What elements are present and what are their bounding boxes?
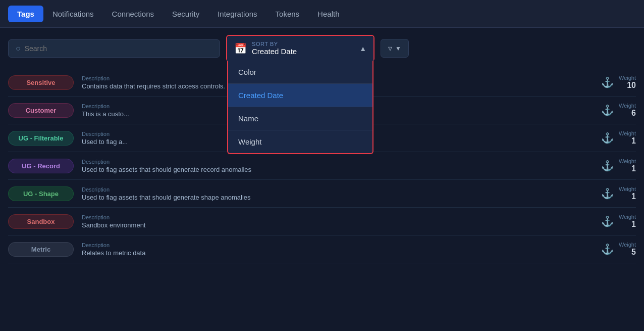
sort-label-block: Sort by Created Date <box>252 41 354 56</box>
nav-item-security[interactable]: Security <box>163 6 208 22</box>
weight-icon: ⚓ <box>601 132 614 144</box>
search-icon: ○ <box>16 44 21 53</box>
weight-number: 1 <box>619 136 636 146</box>
tag-badge: Sandbox <box>8 214 74 229</box>
tag-weight-block: ⚓ Weight 5 <box>585 242 636 257</box>
weight-number: 1 <box>619 192 636 201</box>
nav-item-integrations[interactable]: Integrations <box>208 6 266 22</box>
sort-trigger[interactable]: 📅 Sort by Created Date ▲ <box>227 36 373 61</box>
tag-weight-block: ⚓ Weight 1 <box>585 214 636 229</box>
tag-row[interactable]: Sandbox Description Sandbox environment … <box>8 208 636 235</box>
weight-icon: ⚓ <box>601 76 614 88</box>
tag-desc-label: Description <box>82 159 577 165</box>
tag-weight-block: ⚓ Weight 1 <box>585 186 636 201</box>
weight-number: 1 <box>619 164 636 173</box>
tag-badge: UG - Filterable <box>8 131 74 146</box>
tag-desc-label: Description <box>82 186 577 193</box>
weight-label: Weight <box>619 242 636 248</box>
tag-badge: UG - Shape <box>8 186 74 201</box>
tag-desc-label: Description <box>82 242 577 248</box>
weight-icon: ⚓ <box>601 160 614 172</box>
tag-badge: UG - Record <box>8 159 74 173</box>
nav-item-tokens[interactable]: Tokens <box>266 6 309 22</box>
weight-icon: ⚓ <box>601 243 614 255</box>
tag-desc-text: Used to flag assets that should generate… <box>82 166 577 173</box>
toolbar: ○ 📅 Sort by Created Date ▲ Color Created… <box>0 28 644 69</box>
weight-label: Weight <box>619 158 636 164</box>
weight-label: Weight <box>619 214 636 220</box>
search-input[interactable] <box>25 44 212 53</box>
filter-icon: ▿ <box>388 43 392 53</box>
tag-weight-block: ⚓ Weight 10 <box>585 75 636 90</box>
weight-label: Weight <box>619 130 636 136</box>
tag-description-block: Description Used to flag assets that sho… <box>82 186 577 201</box>
tag-row[interactable]: UG - Shape Description Used to flag asse… <box>8 180 636 208</box>
tag-desc-label: Description <box>82 214 577 220</box>
sort-dropdown-menu: Color Created Date Name Weight <box>227 61 373 154</box>
sort-option-color[interactable]: Color <box>228 61 372 84</box>
tag-weight-block: ⚓ Weight 1 <box>585 130 636 146</box>
tag-weight-block: ⚓ Weight 1 <box>585 158 636 173</box>
tag-description-block: Description Relates to metric data <box>82 242 577 257</box>
weight-number: 1 <box>619 220 636 229</box>
calendar-icon: 📅 <box>234 42 247 55</box>
tag-badge: Metric <box>8 242 74 257</box>
tag-desc-text: Used to flag assets that should generate… <box>82 194 577 201</box>
tag-description-block: Description Sandbox environment <box>82 214 577 229</box>
tag-description-block: Description Used to flag assets that sho… <box>82 159 577 173</box>
tag-badge: Customer <box>8 103 74 118</box>
sort-by-value: Created Date <box>252 47 354 56</box>
weight-label: Weight <box>619 75 636 81</box>
tag-desc-text: Sandbox environment <box>82 221 577 229</box>
tag-badge: Sensitive <box>8 75 74 90</box>
weight-number: 6 <box>619 109 636 118</box>
weight-label: Weight <box>619 103 636 109</box>
weight-number: 5 <box>619 248 636 257</box>
chevron-up-icon: ▲ <box>359 44 366 53</box>
nav-item-health[interactable]: Health <box>308 6 348 22</box>
weight-label: Weight <box>619 186 636 192</box>
search-box[interactable]: ○ <box>8 39 220 58</box>
sort-by-label: Sort by <box>252 41 354 47</box>
sort-option-created-date[interactable]: Created Date <box>228 84 372 107</box>
sort-option-name[interactable]: Name <box>228 107 372 130</box>
nav-item-connections[interactable]: Connections <box>103 6 163 22</box>
nav-item-notifications[interactable]: Notifications <box>43 6 103 22</box>
sort-dropdown-container: 📅 Sort by Created Date ▲ Color Created D… <box>226 35 374 62</box>
tag-desc-text: Relates to metric data <box>82 249 577 257</box>
filter-button[interactable]: ▿ ▼ <box>381 39 409 58</box>
sort-option-weight[interactable]: Weight <box>228 130 372 153</box>
weight-icon: ⚓ <box>601 215 614 227</box>
tag-row[interactable]: Metric Description Relates to metric dat… <box>8 235 636 263</box>
filter-chevron-icon: ▼ <box>395 45 401 52</box>
tag-weight-block: ⚓ Weight 6 <box>585 103 636 118</box>
navbar: Tags Notifications Connections Security … <box>0 0 644 28</box>
tag-row[interactable]: UG - Record Description Used to flag ass… <box>8 152 636 180</box>
weight-icon: ⚓ <box>601 104 614 116</box>
weight-number: 10 <box>619 81 636 90</box>
weight-icon: ⚓ <box>601 187 614 200</box>
nav-item-tags[interactable]: Tags <box>8 6 43 22</box>
